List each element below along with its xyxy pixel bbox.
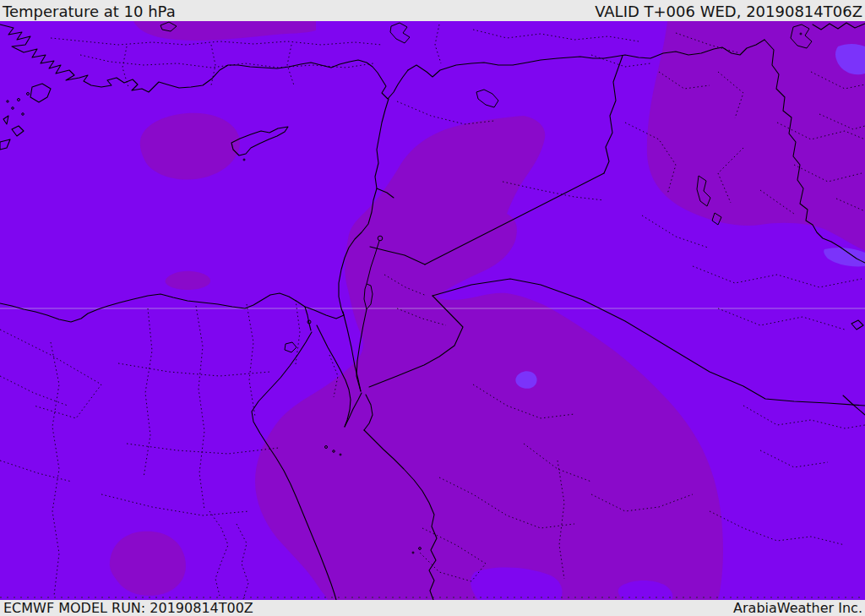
- branding-label: ArabiaWeather Inc.: [733, 601, 862, 616]
- contour-fills: [0, 21, 865, 600]
- valid-time-label: VALID T+006 WED, 20190814T06Z: [595, 2, 862, 21]
- map-header-bar: Temperature at 10 hPa VALID T+006 WED, 2…: [0, 0, 865, 21]
- map-footer-bar: ECMWF MODEL RUN: 20190814T00Z ArabiaWeat…: [0, 600, 865, 616]
- model-run-label: ECMWF MODEL RUN: 20190814T00Z: [3, 601, 253, 616]
- map-title: Temperature at 10 hPa: [3, 2, 176, 21]
- weather-map: [0, 21, 865, 600]
- map-canvas: [0, 21, 865, 600]
